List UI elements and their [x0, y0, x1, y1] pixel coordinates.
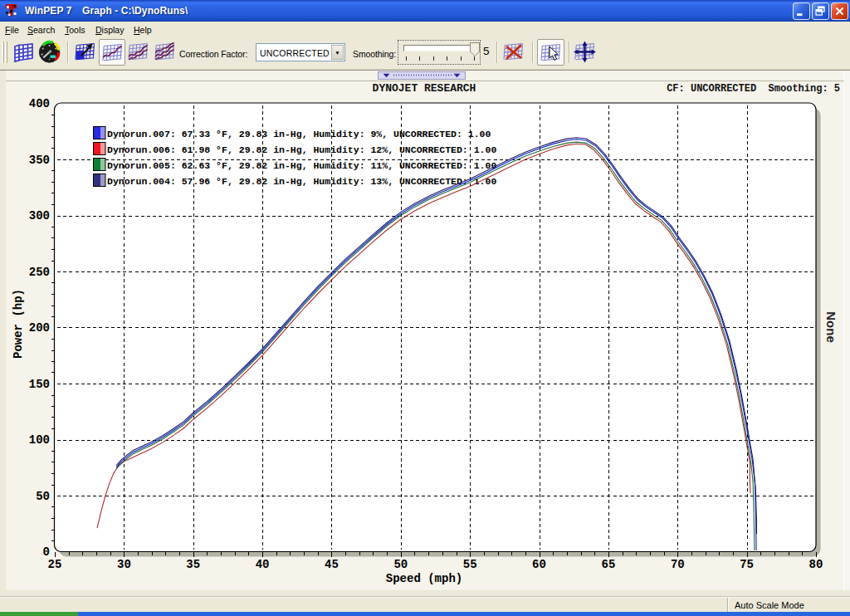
svg-text:Dynorun.005: 62.63 °F, 29.82 i: Dynorun.005: 62.63 °F, 29.82 in-Hg, Humi…: [107, 160, 496, 171]
svg-text:40: 40: [256, 558, 270, 571]
svg-text:Dynorun.007: 67.33 °F, 29.83 i: Dynorun.007: 67.33 °F, 29.83 in-Hg, Humi…: [107, 129, 491, 139]
svg-text:35: 35: [186, 558, 200, 571]
svg-text:55: 55: [463, 558, 477, 571]
svg-text:400: 400: [29, 97, 50, 110]
svg-text:200: 200: [29, 321, 50, 335]
svg-text:30: 30: [117, 558, 131, 571]
svg-text:100: 100: [29, 433, 50, 447]
svg-text:150: 150: [29, 378, 50, 391]
svg-text:350: 350: [29, 154, 50, 167]
svg-text:DYNOJET RESEARCH: DYNOJET RESEARCH: [373, 82, 476, 95]
svg-text:Power (hp): Power (hp): [12, 289, 25, 359]
svg-text:Speed (mph): Speed (mph): [386, 572, 462, 585]
svg-text:65: 65: [601, 558, 615, 571]
svg-text:70: 70: [671, 558, 685, 571]
svg-text:45: 45: [325, 558, 339, 571]
svg-text:0: 0: [43, 545, 50, 559]
svg-text:60: 60: [532, 558, 546, 571]
svg-text:300: 300: [29, 209, 50, 222]
svg-text:Dynorun.006: 61.98 °F, 29.82 i: Dynorun.006: 61.98 °F, 29.82 in-Hg, Humi…: [107, 144, 496, 155]
svg-text:50: 50: [36, 490, 50, 503]
svg-text:80: 80: [809, 558, 823, 571]
svg-text:25: 25: [48, 558, 62, 571]
svg-text:CF: UNCORRECTED Smoothing: 5: CF: UNCORRECTED Smoothing: 5: [667, 83, 840, 95]
svg-text:50: 50: [393, 558, 408, 571]
svg-text:75: 75: [740, 558, 754, 571]
svg-text:250: 250: [29, 266, 50, 279]
svg-text:None: None: [824, 311, 838, 343]
svg-text:Dynorun.004: 57.96 °F, 29.82 i: Dynorun.004: 57.96 °F, 29.82 in-Hg, Humi…: [107, 176, 496, 187]
